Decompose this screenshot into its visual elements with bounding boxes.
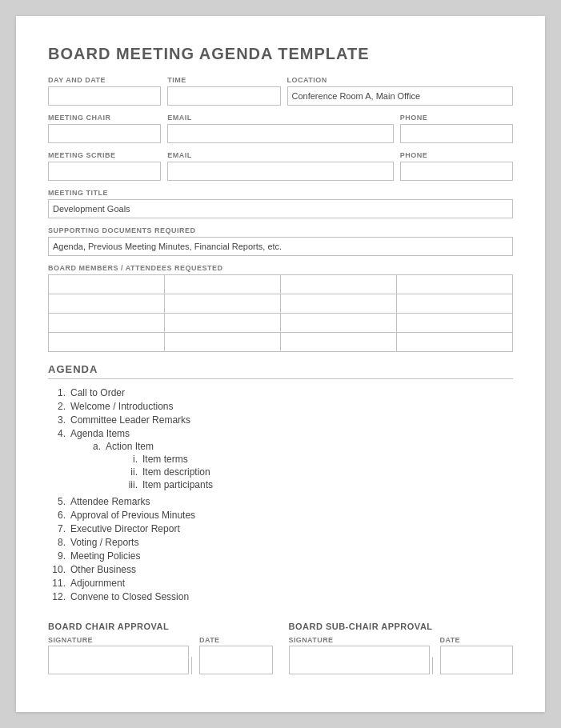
list-item: i.Item terms: [120, 454, 213, 465]
list-item: 5.Attendee Remarks: [48, 496, 513, 507]
list-item: iii.Item participants: [120, 479, 213, 490]
subchair-date-field: Date: [440, 636, 514, 674]
meeting-scribe-input[interactable]: [48, 162, 161, 181]
list-item: 7.Executive Director Report: [48, 523, 513, 534]
table-cell[interactable]: [281, 294, 397, 314]
subchair-sig-label: Signature: [289, 636, 435, 644]
chair-date-input[interactable]: [199, 646, 273, 674]
field-chair-phone: Phone: [400, 114, 513, 143]
table-cell[interactable]: [49, 314, 165, 333]
field-scribe-phone: Phone: [400, 151, 513, 181]
scribe-email-label: Email: [167, 151, 394, 159]
list-item: 10.Other Business: [48, 564, 513, 575]
field-day-date: Day and Date: [48, 76, 161, 106]
meeting-chair-label: Meeting Chair: [48, 114, 161, 122]
table-row: [49, 275, 513, 294]
meeting-chair-input[interactable]: [48, 124, 161, 143]
table-cell[interactable]: [49, 294, 165, 314]
chair-email-label: Email: [167, 114, 394, 122]
table-cell[interactable]: [397, 314, 513, 333]
list-item: 11.Adjournment: [48, 578, 513, 589]
list-item: ii.Item description: [120, 466, 213, 478]
attendees-section: Board Members / Attendees Requested: [48, 264, 513, 352]
list-item: 6.Approval of Previous Minutes: [48, 510, 513, 521]
list-item: 4. Agenda Items a. Action Item i.Item te…: [48, 428, 513, 494]
board-chair-fields: Signature Date: [48, 636, 273, 674]
field-time: Time: [167, 76, 280, 106]
board-subchair-label: Board Sub-Chair Approval: [289, 622, 514, 631]
subchair-sig-input[interactable]: [289, 646, 430, 674]
subchair-date-input[interactable]: [440, 646, 514, 674]
field-location: Location: [287, 76, 514, 106]
chair-sig-label: Signature: [48, 636, 194, 644]
chair-signature-field: Signature: [48, 636, 194, 674]
scribe-phone-input[interactable]: [400, 162, 513, 181]
list-item: a. Action Item i.Item terms ii.Item desc…: [86, 441, 213, 492]
supporting-docs-label: Supporting Documents Required: [48, 226, 513, 234]
page: Board Meeting Agenda Template Day and Da…: [16, 16, 545, 712]
supporting-docs-input[interactable]: [48, 237, 513, 256]
table-cell[interactable]: [397, 333, 513, 352]
table-cell[interactable]: [165, 275, 281, 294]
day-date-input[interactable]: [48, 86, 161, 106]
list-item: 2.Welcome / Introductions: [48, 401, 513, 412]
page-title: Board Meeting Agenda Template: [48, 45, 513, 63]
table-cell[interactable]: [281, 275, 397, 294]
list-item: 3.Committee Leader Remarks: [48, 414, 513, 426]
agenda-list: 1.Call to Order 2.Welcome / Introduction…: [48, 387, 513, 602]
chair-date-field: Date: [199, 636, 273, 674]
row-day-time-location: Day and Date Time Location: [48, 76, 513, 106]
table-cell[interactable]: [49, 275, 165, 294]
table-cell[interactable]: [49, 333, 165, 352]
list-item: 1.Call to Order: [48, 387, 513, 398]
sub-sub-list: i.Item terms ii.Item description iii.Ite…: [120, 454, 213, 490]
chair-date-label: Date: [199, 636, 273, 644]
list-item: 12.Convene to Closed Session: [48, 591, 513, 602]
attendees-table: [48, 274, 513, 352]
table-cell[interactable]: [165, 314, 281, 333]
field-scribe-email: Email: [167, 151, 394, 181]
location-input[interactable]: [287, 86, 514, 106]
table-cell[interactable]: [397, 275, 513, 294]
board-subchair-approval: Board Sub-Chair Approval Signature Date: [289, 622, 514, 674]
table-cell[interactable]: [165, 294, 281, 314]
board-members-label: Board Members / Attendees Requested: [48, 264, 513, 272]
field-chair-email: Email: [167, 114, 394, 143]
time-label: Time: [167, 76, 280, 84]
time-input[interactable]: [167, 86, 280, 106]
subchair-signature-field: Signature: [289, 636, 435, 674]
subchair-date-label: Date: [440, 636, 514, 644]
board-subchair-fields: Signature Date: [289, 636, 514, 674]
chair-phone-label: Phone: [400, 114, 513, 122]
table-cell[interactable]: [281, 333, 397, 352]
day-date-label: Day and Date: [48, 76, 161, 84]
meeting-scribe-label: Meeting Scribe: [48, 151, 161, 159]
row-chair: Meeting Chair Email Phone: [48, 114, 513, 143]
list-item: 9.Meeting Policies: [48, 550, 513, 562]
sub-list: a. Action Item i.Item terms ii.Item desc…: [86, 441, 213, 492]
chair-sig-input[interactable]: [48, 646, 189, 674]
field-meeting-chair: Meeting Chair: [48, 114, 161, 143]
scribe-phone-label: Phone: [400, 151, 513, 159]
table-row: [49, 333, 513, 352]
approval-section: Board Chair Approval Signature Date Boar…: [48, 622, 513, 674]
sig-divider: [191, 657, 192, 674]
board-chair-approval: Board Chair Approval Signature Date: [48, 622, 273, 674]
board-chair-label: Board Chair Approval: [48, 622, 273, 631]
table-cell[interactable]: [397, 294, 513, 314]
field-meeting-scribe: Meeting Scribe: [48, 151, 161, 181]
meeting-title-section: Meeting Title: [48, 189, 513, 218]
agenda-title: Agenda: [48, 363, 513, 379]
table-row: [49, 314, 513, 333]
table-cell[interactable]: [165, 333, 281, 352]
chair-phone-input[interactable]: [400, 124, 513, 143]
table-cell[interactable]: [281, 314, 397, 333]
subchair-sig-divider: [432, 657, 433, 674]
agenda-section: Agenda 1.Call to Order 2.Welcome / Intro…: [48, 363, 513, 602]
meeting-title-label: Meeting Title: [48, 189, 513, 197]
list-item: 8.Voting / Reports: [48, 537, 513, 548]
chair-email-input[interactable]: [167, 124, 394, 143]
meeting-title-input[interactable]: [48, 199, 513, 218]
scribe-email-input[interactable]: [167, 162, 394, 181]
supporting-docs-section: Supporting Documents Required: [48, 226, 513, 256]
